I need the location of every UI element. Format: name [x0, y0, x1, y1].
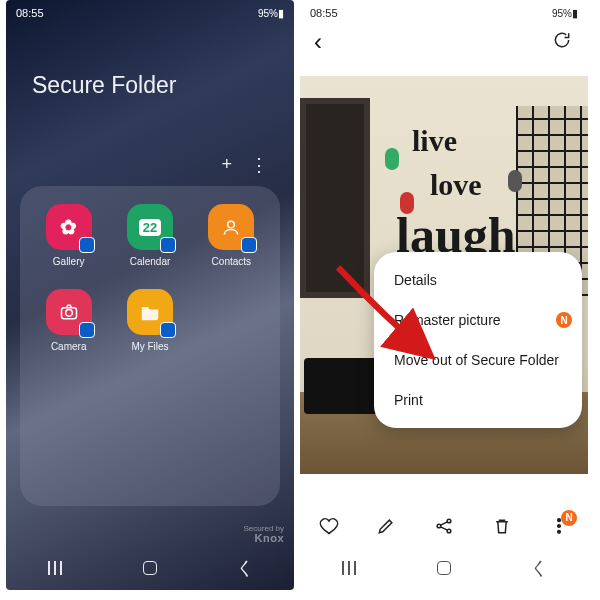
- status-time: 08:55: [310, 7, 338, 19]
- status-icons-right: 95%▮: [255, 7, 284, 20]
- svg-point-0: [228, 221, 235, 228]
- svg-point-8: [558, 530, 561, 533]
- app-label: Contacts: [212, 256, 251, 267]
- add-button[interactable]: +: [221, 154, 232, 176]
- camera-icon: [46, 289, 92, 335]
- photo-word-live: live: [412, 124, 457, 158]
- photo-wall-frame: [300, 98, 370, 298]
- navbar-right: く: [300, 550, 588, 586]
- nav-back-button[interactable]: く: [236, 556, 254, 580]
- edit-button[interactable]: [376, 516, 396, 541]
- nav-back-button[interactable]: く: [530, 556, 548, 580]
- menu-item-print[interactable]: Print: [374, 380, 582, 420]
- svg-point-5: [447, 529, 451, 533]
- app-label: Gallery: [53, 256, 85, 267]
- svg-point-7: [558, 524, 561, 527]
- phone-left-secure-folder: 08:55 95%▮ Secure Folder + ⋮ ✿ Gallery 2…: [6, 0, 294, 590]
- navbar-left: く: [6, 550, 294, 586]
- phone-right-gallery-viewer: 08:55 95%▮ ‹ live love laugh: [300, 0, 588, 590]
- svg-point-6: [558, 518, 561, 521]
- status-time: 08:55: [16, 7, 44, 19]
- more-button[interactable]: ⋮: [250, 154, 268, 176]
- photo-viewport[interactable]: live love laugh Details: [300, 76, 588, 474]
- app-calendar[interactable]: 22 Calendar: [111, 204, 188, 267]
- statusbar-left: 08:55 95%▮: [6, 0, 294, 22]
- viewer-toolbar: N: [300, 506, 588, 550]
- knox-watermark: Secured by Knox: [244, 525, 284, 544]
- app-camera[interactable]: Camera: [30, 289, 107, 352]
- photo-word-love: love: [430, 168, 482, 202]
- status-battery: 95%: [258, 8, 278, 19]
- app-label: Camera: [51, 341, 87, 352]
- app-grid: ✿ Gallery 22 Calendar Contacts: [30, 204, 270, 352]
- app-gallery[interactable]: ✿ Gallery: [30, 204, 107, 267]
- menu-item-details[interactable]: Details: [374, 260, 582, 300]
- menu-item-remaster[interactable]: Remaster picture N: [374, 300, 582, 340]
- svg-point-2: [65, 310, 72, 317]
- back-button[interactable]: ‹: [314, 28, 322, 56]
- new-badge: N: [556, 312, 572, 328]
- status-icons-right: 95%▮: [549, 7, 578, 20]
- nav-home-button[interactable]: [143, 561, 157, 575]
- nav-home-button[interactable]: [437, 561, 451, 575]
- my-files-icon: [127, 289, 173, 335]
- svg-point-3: [437, 524, 441, 528]
- share-button[interactable]: [434, 516, 454, 541]
- favorite-button[interactable]: [319, 516, 339, 541]
- app-panel: ✿ Gallery 22 Calendar Contacts: [20, 186, 280, 506]
- gallery-icon: ✿: [46, 204, 92, 250]
- contacts-icon: [208, 204, 254, 250]
- app-label: Calendar: [130, 256, 171, 267]
- delete-button[interactable]: [492, 516, 512, 541]
- app-my-files[interactable]: My Files: [111, 289, 188, 352]
- new-badge: N: [561, 510, 577, 526]
- status-battery: 95%: [552, 8, 572, 19]
- svg-point-4: [447, 519, 451, 523]
- secure-folder-title: Secure Folder: [32, 72, 294, 99]
- calendar-icon: 22: [127, 204, 173, 250]
- app-contacts[interactable]: Contacts: [193, 204, 270, 267]
- nav-recent-button[interactable]: [46, 561, 64, 575]
- menu-item-move-out[interactable]: Move out of Secure Folder: [374, 340, 582, 380]
- sync-button[interactable]: [552, 30, 572, 55]
- app-label: My Files: [131, 341, 168, 352]
- statusbar-right: 08:55 95%▮: [300, 0, 588, 22]
- context-menu: Details Remaster picture N Move out of S…: [374, 252, 582, 428]
- nav-recent-button[interactable]: [340, 561, 358, 575]
- viewer-topbar: ‹: [300, 22, 588, 64]
- more-options-button[interactable]: N: [549, 516, 569, 541]
